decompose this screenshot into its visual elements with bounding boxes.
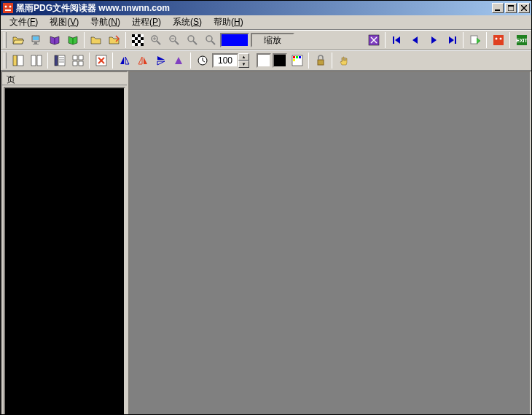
svg-rect-4 (495, 9, 500, 11)
svg-rect-56 (79, 61, 83, 66)
titlebar: 黑雨PDG文件阅读器 www.nnwnn.com (1, 1, 531, 15)
close-page-button[interactable] (93, 53, 109, 69)
hand-button[interactable] (335, 53, 352, 69)
svg-point-1 (5, 6, 7, 8)
selection-color-box[interactable] (220, 33, 249, 47)
svg-rect-45 (17, 55, 23, 66)
main-document-area[interactable] (128, 71, 531, 415)
book-green-button[interactable] (64, 32, 81, 48)
svg-rect-17 (138, 34, 141, 37)
lock-button[interactable] (312, 53, 329, 69)
thumbnail-view-button[interactable] (51, 53, 68, 69)
exit-button[interactable]: EXIT (513, 32, 530, 48)
bg-color-box[interactable] (273, 53, 287, 68)
layout-2col-button[interactable] (28, 53, 44, 69)
svg-rect-12 (33, 44, 39, 44)
svg-rect-22 (135, 43, 138, 46)
svg-rect-68 (318, 60, 324, 65)
svg-text:EXIT: EXIT (516, 38, 528, 43)
svg-rect-64 (293, 56, 295, 58)
svg-line-32 (193, 41, 197, 44)
svg-rect-37 (455, 36, 456, 44)
svg-rect-21 (138, 40, 141, 43)
content-area: 页 (1, 71, 531, 415)
svg-rect-20 (132, 40, 135, 43)
thumbnail-area[interactable] (4, 87, 125, 415)
svg-rect-36 (393, 36, 394, 44)
svg-rect-53 (73, 55, 77, 60)
fg-color-box[interactable] (257, 53, 271, 68)
svg-rect-46 (31, 55, 36, 66)
spin-up-button[interactable]: ▲ (238, 53, 249, 61)
zoom-1-button[interactable] (184, 32, 200, 48)
svg-rect-0 (3, 3, 13, 13)
toolbar-grip[interactable] (4, 53, 7, 69)
svg-rect-49 (58, 55, 65, 66)
grid-view-button[interactable] (69, 53, 86, 69)
svg-rect-54 (79, 55, 83, 60)
rotate-button[interactable] (171, 53, 187, 69)
svg-rect-6 (508, 5, 514, 7)
nav-next-button[interactable] (425, 32, 442, 48)
toggle-sidebar-button[interactable] (9, 53, 26, 69)
svg-rect-39 (493, 35, 504, 45)
menu-view[interactable]: 视图(V) (44, 15, 85, 30)
nav-first-button[interactable] (388, 32, 405, 48)
svg-rect-3 (5, 9, 11, 11)
spin-down-button[interactable]: ▼ (238, 61, 249, 68)
svg-line-29 (175, 41, 179, 44)
nav-prev-button[interactable] (407, 32, 423, 48)
svg-point-41 (499, 38, 501, 40)
svg-rect-65 (296, 56, 298, 58)
menu-system[interactable]: 系统(S) (167, 15, 208, 30)
zoom-in-button[interactable] (147, 32, 164, 48)
palette-button[interactable] (289, 53, 305, 69)
folder-arrow-button[interactable] (106, 32, 122, 48)
menu-help[interactable]: 帮助(H) (208, 15, 249, 30)
svg-rect-19 (141, 37, 144, 40)
zoom-dropdown[interactable]: 缩放 (251, 33, 294, 47)
flip-h-button[interactable] (116, 53, 133, 69)
nav-last-button[interactable] (443, 32, 460, 48)
window-title: 黑雨PDG文件阅读器 www.nnwnn.com (16, 2, 492, 15)
svg-rect-23 (141, 43, 144, 46)
folder-button[interactable] (87, 32, 104, 48)
toolbar-grip[interactable] (4, 32, 7, 48)
menu-file[interactable]: 文件(F) (4, 15, 44, 30)
app-action-button[interactable] (490, 32, 506, 48)
svg-rect-47 (37, 55, 42, 66)
svg-rect-66 (299, 56, 301, 58)
page-input[interactable] (212, 53, 238, 68)
book-button[interactable] (46, 32, 63, 48)
toolbar-2: ▲ ▼ (1, 50, 531, 71)
fullscreen-button[interactable] (365, 32, 382, 48)
menu-nav[interactable]: 导航(N) (85, 15, 126, 30)
svg-point-33 (206, 36, 212, 42)
svg-point-2 (9, 6, 12, 8)
clock-button[interactable] (194, 53, 211, 69)
flip-h2-button[interactable] (134, 53, 151, 69)
svg-line-34 (211, 41, 215, 44)
minimize-button[interactable] (492, 3, 504, 13)
svg-line-25 (157, 41, 160, 44)
side-tab-page[interactable]: 页 (2, 72, 127, 85)
svg-point-31 (188, 36, 194, 42)
side-panel: 页 (1, 71, 128, 415)
maximize-button[interactable] (505, 3, 517, 13)
zoom-out-button[interactable] (165, 32, 182, 48)
svg-rect-67 (293, 59, 295, 61)
svg-point-40 (495, 38, 497, 40)
zoom-2-button[interactable] (202, 32, 219, 48)
menu-process[interactable]: 进程(P) (126, 15, 167, 30)
page-spinner[interactable]: ▲ ▼ (212, 53, 249, 68)
svg-rect-38 (471, 36, 477, 44)
svg-rect-16 (132, 34, 135, 37)
toolbar-1: 缩放 EXIT (1, 30, 531, 50)
open-file-button[interactable] (9, 32, 26, 48)
close-button[interactable] (518, 3, 530, 13)
svg-rect-10 (33, 36, 39, 40)
export-button[interactable] (466, 32, 483, 48)
open-network-button[interactable] (28, 32, 44, 48)
flip-v-button[interactable] (152, 53, 169, 69)
checker-button[interactable] (129, 32, 146, 48)
